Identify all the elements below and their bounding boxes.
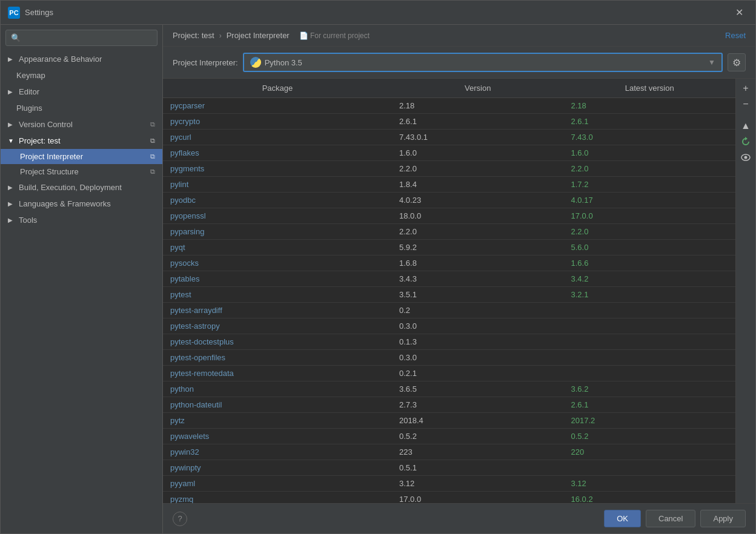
table-row[interactable]: pygments2.2.02.2.0 xyxy=(163,161,735,177)
table-row[interactable]: pycurl7.43.0.17.43.0 xyxy=(163,130,735,145)
package-latest-version: 5.6.0 xyxy=(564,240,736,255)
table-row[interactable]: pyzmq17.0.016.0.2 xyxy=(163,492,735,504)
package-latest-version: 2.18 xyxy=(564,98,736,114)
table-row[interactable]: pyflakes1.6.01.6.0 xyxy=(163,145,735,161)
package-latest-version: 4.0.17 xyxy=(564,193,736,208)
table-row[interactable]: pytest-remotedata0.2.1 xyxy=(163,366,735,381)
package-version: 223 xyxy=(392,444,564,460)
package-latest-version: 1.7.2 xyxy=(564,177,736,193)
table-row[interactable]: pywavelets0.5.20.5.2 xyxy=(163,429,735,444)
table-row[interactable]: pytest-arraydiff0.2 xyxy=(163,303,735,318)
sidebar-item-languages-frameworks[interactable]: ▶ Languages & Frameworks xyxy=(1,196,162,212)
package-latest-version xyxy=(564,334,736,350)
title-bar: PC Settings ✕ xyxy=(1,1,755,25)
table-row[interactable]: pytest3.5.13.2.1 xyxy=(163,287,735,303)
search-box[interactable]: 🔍 xyxy=(5,30,158,46)
package-name: pywinpty xyxy=(163,460,392,476)
sidebar-item-editor[interactable]: ▶ Editor xyxy=(1,84,162,100)
table-row[interactable]: pytest-doctestplus0.1.3 xyxy=(163,334,735,350)
table-row[interactable]: pywinpty0.5.1 xyxy=(163,460,735,476)
python-icon xyxy=(250,57,261,68)
arrow-icon: ▶ xyxy=(8,121,15,128)
scrollbar-up-button[interactable]: ▲ xyxy=(738,119,753,133)
sidebar-item-project-structure[interactable]: Project Structure ⧉ xyxy=(1,164,162,179)
sidebar-item-label: Editor xyxy=(19,87,39,96)
sidebar-item-project-interpreter[interactable]: Project Interpreter ⧉ xyxy=(1,149,162,164)
gear-icon: ⚙ xyxy=(732,57,741,68)
package-latest-version: 220 xyxy=(564,444,736,460)
sidebar-item-label: Version Control xyxy=(19,120,73,129)
table-row[interactable]: pytables3.4.33.4.2 xyxy=(163,271,735,287)
package-version: 3.4.3 xyxy=(392,271,564,287)
svg-marker-0 xyxy=(745,137,748,140)
package-version: 0.1.3 xyxy=(392,334,564,350)
sidebar-item-label: Languages & Frameworks xyxy=(19,199,111,208)
ok-button[interactable]: OK xyxy=(604,510,641,527)
package-version: 3.6.5 xyxy=(392,381,564,397)
package-version: 7.43.0.1 xyxy=(392,130,564,145)
sidebar-item-plugins[interactable]: Plugins xyxy=(1,100,162,116)
table-row[interactable]: pycrypto2.6.12.6.1 xyxy=(163,114,735,130)
interpreter-row: Project Interpreter: Python 3.5 ▼ ⚙ xyxy=(163,47,755,78)
help-button[interactable]: ? xyxy=(173,512,187,526)
cancel-button[interactable]: Cancel xyxy=(646,510,695,527)
sidebar-item-label: Build, Execution, Deployment xyxy=(19,183,122,192)
package-name: pytest-arraydiff xyxy=(163,303,392,318)
package-latest-version: 3.6.2 xyxy=(564,381,736,397)
sidebar-item-build-execution[interactable]: ▶ Build, Execution, Deployment xyxy=(1,179,162,196)
package-latest-version: 3.12 xyxy=(564,476,736,492)
package-version: 0.2.1 xyxy=(392,366,564,381)
sidebar-item-keymap[interactable]: Keymap xyxy=(1,67,162,84)
footer-buttons: OK Cancel Apply xyxy=(604,510,746,527)
table-row[interactable]: pywin32223220 xyxy=(163,444,735,460)
sidebar-item-tools[interactable]: ▶ Tools xyxy=(1,212,162,228)
sidebar-item-label: Project: test xyxy=(19,136,61,145)
apply-button[interactable]: Apply xyxy=(700,510,746,527)
package-name: pycparser xyxy=(163,98,392,114)
table-row[interactable]: pyodbc4.0.234.0.17 xyxy=(163,193,735,208)
remove-package-button[interactable]: − xyxy=(738,97,753,111)
arrow-icon: ▼ xyxy=(8,137,15,144)
breadcrumb-current: Project Interpreter xyxy=(227,31,290,40)
package-latest-version: 0.5.2 xyxy=(564,429,736,444)
close-button[interactable]: ✕ xyxy=(731,4,748,21)
package-version: 2018.4 xyxy=(392,413,564,429)
table-row[interactable]: pycparser2.182.18 xyxy=(163,98,735,114)
table-row[interactable]: pyopenssl18.0.017.0.0 xyxy=(163,208,735,224)
package-latest-version: 2.6.1 xyxy=(564,397,736,413)
table-row[interactable]: pytest-openfiles0.3.0 xyxy=(163,350,735,366)
package-latest-version: 1.6.0 xyxy=(564,145,736,161)
gear-button[interactable]: ⚙ xyxy=(728,53,746,71)
breadcrumb: Project: test › Project Interpreter 📄 Fo… xyxy=(163,25,755,47)
arrow-icon: ▶ xyxy=(8,200,15,207)
package-version: 0.3.0 xyxy=(392,318,564,334)
update-package-button[interactable] xyxy=(738,134,753,149)
package-version: 0.2 xyxy=(392,303,564,318)
sidebar-item-label: Appearance & Behavior xyxy=(19,54,102,64)
table-row[interactable]: pysocks1.6.81.6.6 xyxy=(163,255,735,271)
sidebar-item-appearance[interactable]: ▶ Appearance & Behavior xyxy=(1,51,162,67)
package-name: python xyxy=(163,381,392,397)
table-row[interactable]: pytz2018.42017.2 xyxy=(163,413,735,429)
table-row[interactable]: pyqt5.9.25.6.0 xyxy=(163,240,735,255)
sidebar-item-project-test[interactable]: ▼ Project: test ⧉ xyxy=(1,133,162,149)
table-row[interactable]: python3.6.53.6.2 xyxy=(163,381,735,397)
sidebar-item-version-control[interactable]: ▶ Version Control ⧉ xyxy=(1,116,162,133)
package-name: pyyaml xyxy=(163,476,392,492)
package-version: 2.6.1 xyxy=(392,114,564,130)
search-input[interactable] xyxy=(24,33,152,42)
copy-icon: ⧉ xyxy=(150,120,155,128)
table-row[interactable]: pyyaml3.123.12 xyxy=(163,476,735,492)
view-package-button[interactable] xyxy=(738,150,753,165)
package-table-wrapper[interactable]: Package Version Latest version pycparser… xyxy=(163,79,735,503)
add-package-button[interactable]: + xyxy=(738,81,753,96)
table-row[interactable]: pyparsing2.2.02.2.0 xyxy=(163,224,735,240)
table-row[interactable]: pytest-astropy0.3.0 xyxy=(163,318,735,334)
package-version: 0.5.1 xyxy=(392,460,564,476)
table-row[interactable]: pylint1.8.41.7.2 xyxy=(163,177,735,193)
interpreter-select[interactable]: Python 3.5 ▼ xyxy=(243,53,723,72)
table-row[interactable]: python-dateutil2.7.32.6.1 xyxy=(163,397,735,413)
package-latest-version xyxy=(564,350,736,366)
reset-button[interactable]: Reset xyxy=(725,31,746,40)
package-version: 1.6.0 xyxy=(392,145,564,161)
